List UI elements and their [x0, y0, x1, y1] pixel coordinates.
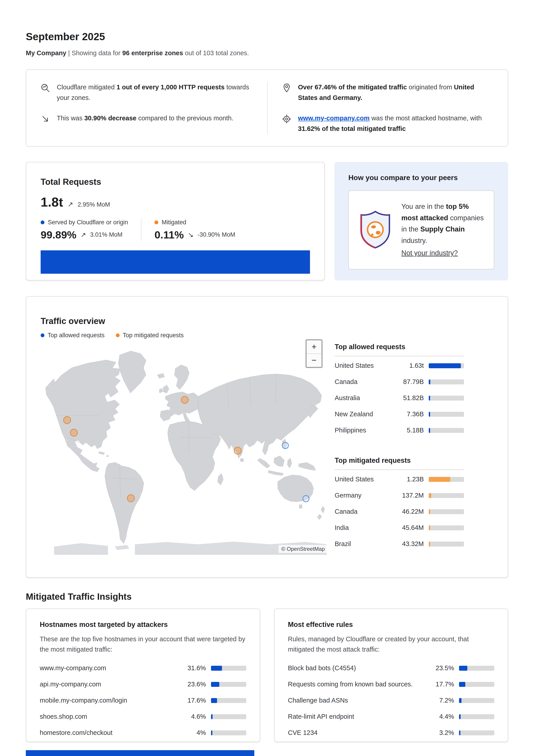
inline-link[interactable]: www.my-company.com: [298, 115, 370, 122]
country-row: United States 1.63t: [335, 358, 464, 374]
mitigated-dot-icon: [116, 334, 120, 337]
country-bar: [429, 396, 464, 401]
country-bar: [429, 379, 464, 384]
rule-bar: [459, 698, 494, 703]
hostname-label: mobile.my-company.com/login: [40, 697, 179, 704]
rule-row: Requests coming from known bad sources. …: [288, 676, 494, 692]
hostname-row: mobile.my-company.com/login 17.6%: [40, 692, 246, 709]
shield-globe-icon: [358, 210, 392, 250]
hostnames-card: Hostnames most targeted by attackers The…: [26, 608, 260, 742]
map-marker-mitigated-us-north: [64, 417, 71, 424]
divider: [335, 470, 464, 470]
mitigated-dot-icon: [154, 221, 158, 224]
hostname-label: www.my-company.com: [40, 664, 179, 672]
rule-pct: 4.4%: [427, 713, 454, 720]
summary-item-origin-countries: Over 67.46% of the mitigated traffic ori…: [281, 82, 494, 103]
rule-bar: [459, 714, 494, 719]
country-bar: [429, 526, 464, 530]
rule-pct: 23.5%: [427, 664, 454, 672]
rule-label: Challenge bad ASNs: [288, 697, 427, 704]
stat-mitigated-trend: -30.90% MoM: [198, 231, 235, 238]
country-row: India 45.64M: [335, 520, 464, 536]
page-subtitle: My Company | Showing data for 96 enterpr…: [26, 49, 508, 57]
rule-bar: [459, 682, 494, 687]
hostname-row: www.my-company.com 31.6%: [40, 660, 246, 676]
hostname-pct: 17.6%: [179, 697, 206, 704]
rule-bar: [459, 730, 494, 735]
country-label: Germany: [335, 492, 390, 499]
map-marker-mitigated-us-southwest: [70, 429, 77, 436]
country-label: Canada: [335, 378, 390, 386]
stat-served: Served by Cloudflare or origin 99.89% ↗ …: [40, 219, 128, 241]
country-value: 137.2M: [390, 492, 424, 499]
legend-label: Top allowed requests: [48, 332, 105, 339]
peers-card: You are in the top 5% most attacked comp…: [348, 190, 494, 269]
rule-label: CVE 1234: [288, 729, 427, 737]
top-allowed-list: United States 1.63t Canada 87.79B Austra: [335, 358, 464, 439]
country-label: Australia: [335, 394, 390, 402]
summary-text: Cloudflare mitigated 1 out of every 1,00…: [57, 82, 253, 103]
rules-title: Most effective rules: [288, 621, 494, 629]
divider: [335, 356, 464, 356]
world-map[interactable]: + − © OpenStreetMap: [40, 341, 328, 555]
map-marker-allowed-australia: [303, 496, 309, 502]
page-title: September 2025: [26, 31, 508, 43]
country-bar: [429, 542, 464, 547]
country-bar: [429, 493, 464, 498]
legend-item-allowed: Top allowed requests: [40, 332, 105, 339]
peers-industry-link[interactable]: Not your industry?: [401, 247, 458, 259]
summary-item-mom-change: This was 30.90% decrease compared to the…: [40, 113, 253, 127]
rule-row: Challenge bad ASNs 7.2%: [288, 692, 494, 709]
allowed-dot-icon: [40, 334, 44, 337]
hostname-pct: 31.6%: [179, 664, 206, 672]
map-attribution: © OpenStreetMap: [279, 545, 328, 553]
rule-label: Rate-limit API endpoint: [288, 713, 427, 720]
country-value: 43.32M: [390, 540, 424, 548]
insights-title: Mitigated Traffic Insights: [26, 592, 508, 602]
stat-mitigated-value: 0.11%: [154, 229, 184, 241]
map-zoom-out-button[interactable]: −: [307, 354, 321, 367]
hostname-label: homestore.com/checkout: [40, 729, 179, 737]
summary-column-right: Over 67.46% of the mitigated traffic ori…: [267, 82, 508, 134]
hostname-row: shoes.shop.com 4.6%: [40, 709, 246, 725]
country-bar: [429, 428, 464, 433]
rules-list: Block bad bots (C4554) 23.5% Requests co…: [288, 660, 494, 741]
country-value: 1.63t: [390, 362, 424, 369]
map-marker-allowed-philippines: [282, 442, 288, 448]
rule-pct: 17.7%: [427, 681, 454, 688]
peers-title: How you compare to your peers: [348, 174, 494, 182]
target-icon: [281, 113, 292, 134]
hostname-label: shoes.shop.com: [40, 713, 179, 720]
summary-column-left: Cloudflare mitigated 1 out of every 1,00…: [26, 82, 267, 134]
trend-down-arrow-icon: ↘: [188, 231, 194, 239]
country-label: United States: [335, 362, 390, 369]
summary-text: This was 30.90% decrease compared to the…: [57, 113, 233, 127]
country-row: Philippines 5.18B: [335, 422, 464, 439]
summary-text: Over 67.46% of the mitigated traffic ori…: [298, 82, 494, 103]
country-row: Canada 46.22M: [335, 504, 464, 520]
traffic-overview-card: Traffic overview Top allowed requests To…: [26, 296, 508, 578]
hostname-bar: [211, 730, 246, 735]
legend-label: Top mitigated requests: [123, 332, 184, 339]
total-requests-bar: [40, 250, 310, 274]
summary-box: Cloudflare mitigated 1 out of every 1,00…: [26, 69, 508, 147]
map-zoom-control: + −: [306, 339, 323, 368]
country-value: 45.64M: [390, 524, 424, 531]
insights-magnifier-icon: [40, 82, 50, 103]
country-value: 5.18B: [390, 427, 424, 434]
top-allowed-title: Top allowed requests: [335, 341, 464, 351]
hostname-bar: [211, 714, 246, 719]
hostname-label: api.my-company.com: [40, 681, 179, 688]
country-value: 51.82B: [390, 394, 424, 402]
map-zoom-in-button[interactable]: +: [307, 340, 321, 354]
stat-mitigated-label: Mitigated: [162, 219, 186, 226]
stat-served-label: Served by Cloudflare or origin: [48, 219, 128, 226]
summary-item-most-attacked-hostname: www.my-company.com was the most attacked…: [281, 113, 494, 134]
country-label: Philippines: [335, 427, 390, 434]
rule-pct: 7.2%: [427, 697, 454, 704]
rule-row: CVE 1234 3.2%: [288, 725, 494, 741]
rule-pct: 3.2%: [427, 729, 454, 737]
hostnames-title: Hostnames most targeted by attackers: [40, 621, 246, 629]
total-requests-card: Total Requests 1.8t ↗ 2.95% MoM Served b…: [26, 162, 325, 281]
rules-description: Rules, managed by Cloudflare or created …: [288, 634, 494, 655]
